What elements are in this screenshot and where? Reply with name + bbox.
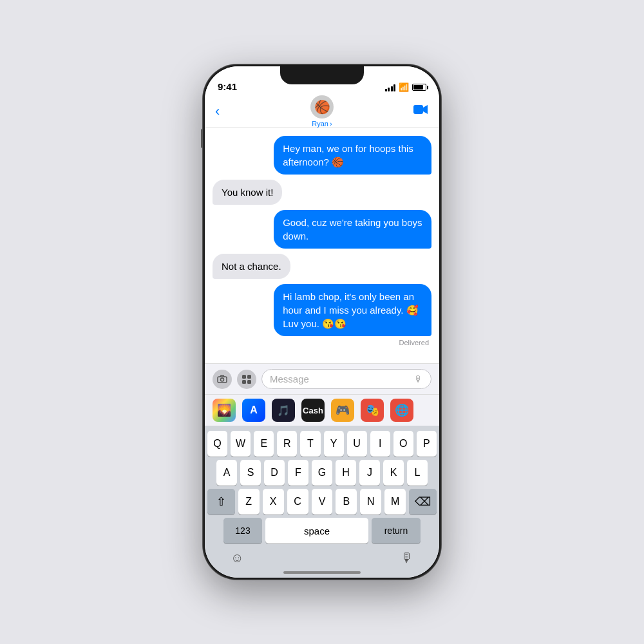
game-icon-1[interactable]: 🎮	[331, 399, 354, 422]
phone-frame: 9:41 📶 ‹ 🏀 Ryan ›	[203, 64, 441, 580]
key-j[interactable]: J	[359, 460, 380, 486]
message-input[interactable]: Message 🎙	[261, 369, 431, 389]
nav-center[interactable]: 🏀 Ryan ›	[310, 95, 334, 128]
key-x[interactable]: X	[263, 489, 284, 515]
numbers-key[interactable]: 123	[223, 518, 262, 544]
wifi-icon: 📶	[399, 82, 409, 92]
svg-rect-4	[247, 375, 251, 379]
status-time: 9:41	[218, 81, 237, 92]
key-k[interactable]: K	[383, 460, 404, 486]
svg-rect-0	[413, 105, 423, 114]
message-bubble-received: Not a chance.	[213, 254, 290, 279]
bottom-bar: ☺ 🎙	[205, 549, 439, 571]
key-i[interactable]: I	[370, 431, 390, 457]
key-c[interactable]: C	[287, 489, 308, 515]
key-f[interactable]: F	[288, 460, 308, 486]
app-icons-row: 🌄 A 🎵 Cash 🎮 🎭 🌐	[205, 394, 439, 426]
key-g[interactable]: G	[312, 460, 332, 486]
appstore-icon[interactable]: A	[242, 399, 265, 422]
keyboard-row-1: Q W E R T Y U I O P	[207, 431, 437, 457]
keyboard-row-3: ⇧ Z X C V B N M ⌫	[207, 489, 437, 515]
message-placeholder: Message	[270, 374, 410, 384]
key-b[interactable]: B	[336, 489, 357, 515]
video-icon	[413, 104, 429, 115]
navigation-bar: ‹ 🏀 Ryan ›	[205, 95, 439, 128]
key-n[interactable]: N	[360, 489, 381, 515]
translate-icon[interactable]: 🌐	[390, 399, 413, 422]
key-e[interactable]: E	[254, 431, 274, 457]
key-u[interactable]: U	[347, 431, 367, 457]
message-row-5: Hi lamb chop, it's only been an hour and…	[213, 284, 431, 336]
svg-rect-6	[247, 380, 251, 384]
key-a[interactable]: A	[216, 460, 237, 486]
message-row-1: Hey man, we on for hoops this afternoon?…	[213, 136, 431, 175]
contact-avatar: 🏀	[310, 95, 334, 118]
contact-name: Ryan ›	[312, 120, 332, 128]
message-bubble-sent: Hi lamb chop, it's only been an hour and…	[274, 284, 431, 336]
photos-app-icon[interactable]: 🌄	[213, 399, 236, 422]
dictation-button[interactable]: 🎙	[401, 551, 413, 565]
home-indicator	[205, 571, 439, 578]
input-bar: Message 🎙	[205, 363, 439, 394]
message-row-4: Not a chance.	[213, 254, 431, 279]
key-l[interactable]: L	[407, 460, 428, 486]
key-w[interactable]: W	[231, 431, 251, 457]
key-y[interactable]: Y	[324, 431, 344, 457]
keyboard-row-2: A S D F G H J K L	[207, 460, 437, 486]
shift-key[interactable]: ⇧	[207, 489, 235, 515]
notch	[280, 66, 364, 84]
emoji-button[interactable]: ☺	[231, 551, 243, 565]
apps-button[interactable]	[237, 370, 256, 389]
key-d[interactable]: D	[264, 460, 285, 486]
phone-screen: 9:41 📶 ‹ 🏀 Ryan ›	[205, 66, 439, 578]
key-p[interactable]: P	[417, 431, 437, 457]
battery-icon	[412, 84, 426, 91]
cash-icon[interactable]: Cash	[301, 399, 325, 422]
home-bar	[283, 571, 361, 574]
message-bubble-sent: Hey man, we on for hoops this afternoon?…	[274, 136, 431, 175]
message-row-3: Good, cuz we're taking you boys down.	[213, 210, 431, 249]
key-z[interactable]: Z	[238, 489, 260, 515]
key-t[interactable]: T	[300, 431, 320, 457]
delivered-status: Delivered	[213, 339, 431, 346]
key-r[interactable]: R	[277, 431, 297, 457]
back-button[interactable]: ‹	[215, 103, 220, 120]
key-v[interactable]: V	[312, 489, 333, 515]
svg-rect-5	[242, 380, 246, 384]
camera-button[interactable]	[213, 370, 232, 389]
signal-icon	[385, 84, 396, 91]
game-icon-2[interactable]: 🎭	[361, 399, 384, 422]
message-row-2: You know it!	[213, 180, 431, 205]
mic-icon: 🎙	[414, 374, 423, 384]
message-bubble-received: You know it!	[213, 180, 282, 205]
key-q[interactable]: Q	[207, 431, 227, 457]
key-o[interactable]: O	[393, 431, 413, 457]
status-icons: 📶	[385, 82, 427, 92]
key-h[interactable]: H	[336, 460, 356, 486]
messages-area: Hey man, we on for hoops this afternoon?…	[205, 128, 439, 363]
return-key[interactable]: return	[372, 518, 421, 544]
keyboard-row-4: 123 space return	[207, 518, 437, 544]
audio-icon[interactable]: 🎵	[272, 399, 295, 422]
key-s[interactable]: S	[240, 460, 261, 486]
space-key[interactable]: space	[265, 518, 368, 544]
svg-rect-3	[242, 375, 246, 379]
svg-point-2	[221, 378, 224, 381]
key-m[interactable]: M	[384, 489, 406, 515]
keyboard: Q W E R T Y U I O P A S D F G H J K	[205, 426, 439, 549]
video-call-button[interactable]	[413, 104, 429, 118]
message-bubble-sent: Good, cuz we're taking you boys down.	[274, 210, 431, 249]
backspace-key[interactable]: ⌫	[409, 489, 437, 515]
